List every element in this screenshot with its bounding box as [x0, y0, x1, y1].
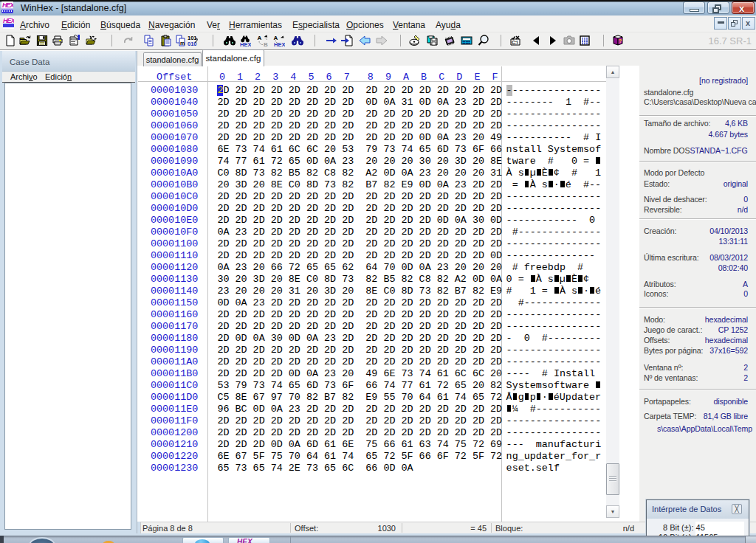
- svg-text:HEX: HEX: [240, 41, 251, 47]
- svg-text:HEX: HEX: [274, 41, 285, 47]
- svg-text:?: ?: [619, 38, 622, 44]
- svg-text:m: m: [180, 41, 185, 46]
- svg-text:C:\: C:\: [512, 40, 518, 45]
- svg-text:A: A: [258, 35, 262, 41]
- svg-text:010: 010: [188, 41, 197, 46]
- svg-text:B: B: [264, 41, 268, 47]
